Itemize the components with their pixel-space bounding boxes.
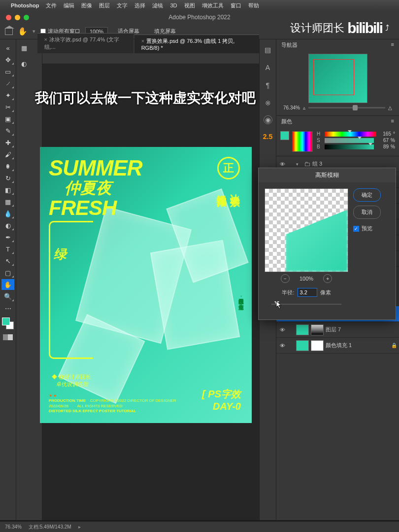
menu-select[interactable]: 选择 — [134, 2, 145, 9]
minimize-window-icon[interactable] — [15, 15, 20, 20]
quickmask-icon[interactable] — [3, 334, 13, 340]
video-subtitle: 我们可以去做一下这种虚实变化对吧 — [35, 89, 256, 107]
zoom-in-icon[interactable]: + — [323, 274, 332, 283]
frame-tool[interactable]: ▣ — [1, 113, 14, 124]
info-panel-icon[interactable]: ◉ — [264, 115, 272, 124]
heal-tool[interactable]: ✚ — [1, 137, 14, 148]
preview-zoom: 100% — [299, 276, 313, 282]
char-badge[interactable]: 2.5 — [263, 131, 273, 142]
layer-row[interactable]: 👁颜色填充 1🔒 — [276, 338, 399, 354]
maximize-window-icon[interactable] — [24, 15, 29, 20]
menu-plugins[interactable]: 增效工具 — [202, 2, 224, 9]
collapse-icon[interactable]: « — [1, 42, 14, 53]
visibility-icon[interactable]: 👁 — [278, 327, 286, 333]
zoom-tool[interactable]: 🔍 — [1, 291, 14, 302]
bri-slider[interactable] — [325, 144, 374, 149]
glyph-panel-icon[interactable]: ※ — [263, 98, 273, 108]
nav-zoom-slider[interactable] — [308, 107, 385, 108]
status-doc[interactable]: 文档:5.49M/143.2M — [29, 524, 71, 531]
mac-menubar: Photoshop 文件 编辑 图像 图层 文字 选择 滤镜 3D 视图 增效工… — [0, 0, 399, 11]
blur-tool[interactable]: 💧 — [1, 208, 14, 219]
menu-image[interactable]: 图像 — [81, 2, 92, 9]
navigator-thumbnail[interactable] — [308, 54, 367, 103]
gaussian-blur-dialog: 高斯模糊 − 100% + 半径: 像素 确定 取消 ✓预览 — [258, 168, 396, 320]
window-title: Adobe Photoshop 2022 — [168, 14, 230, 21]
panel-menu-icon[interactable]: ≡ — [391, 118, 394, 125]
dodge-tool[interactable]: ◐ — [1, 220, 14, 231]
nav-zoom-out-icon[interactable]: ▵ — [303, 105, 305, 110]
crop-tool[interactable]: ✂ — [1, 102, 14, 112]
color-swatch[interactable] — [2, 318, 14, 329]
wand-tool[interactable]: ✦ — [1, 90, 14, 101]
menu-view[interactable]: 视图 — [184, 2, 195, 9]
radius-input[interactable] — [298, 288, 317, 297]
hand-tool-icon[interactable]: ✋ — [18, 27, 28, 36]
home-icon[interactable] — [5, 28, 13, 35]
menu-3d[interactable]: 3D — [170, 2, 177, 8]
eraser-tool[interactable]: ◧ — [1, 184, 14, 195]
layer-thumb[interactable] — [296, 324, 309, 335]
paragraph-panel-icon[interactable]: ¶ — [263, 80, 273, 91]
layer-name[interactable]: 组 3 — [312, 160, 397, 168]
eyedropper-tool[interactable]: ✎ — [1, 125, 14, 136]
cancel-button[interactable]: 取消 — [353, 206, 381, 219]
properties-icon[interactable]: ▦ — [18, 42, 31, 53]
menu-window[interactable]: 窗口 — [231, 2, 241, 9]
mask-thumb[interactable] — [311, 324, 324, 335]
foreground-swatch[interactable] — [280, 131, 289, 140]
shape-tool[interactable]: ▢ — [1, 267, 14, 278]
path-tool[interactable]: ↖ — [1, 255, 14, 266]
app-name[interactable]: Photoshop — [11, 2, 39, 8]
menu-filter[interactable]: 滤镜 — [152, 2, 163, 9]
hand-tool[interactable]: ✋ — [1, 279, 14, 290]
menu-layer[interactable]: 图层 — [99, 2, 110, 9]
visibility-icon[interactable]: 👁 — [278, 161, 286, 167]
canvas[interactable]: SUMMER 仲夏夜 FRESH 正 冰块字效视觉海报 教程用字仅用于练习，非商… — [42, 64, 259, 520]
char-panel-icon[interactable]: A — [263, 62, 273, 73]
brush-tool[interactable]: 🖌 — [1, 149, 14, 160]
type-tool[interactable]: T — [1, 244, 14, 254]
video-watermark: 设计师团长 bilibili ⤴ — [290, 20, 389, 36]
sat-slider[interactable] — [325, 138, 374, 143]
ok-button[interactable]: 确定 — [353, 188, 381, 202]
layer-name[interactable]: 图层 7 — [326, 326, 397, 333]
preview-checkbox[interactable]: ✓预览 — [353, 225, 381, 232]
layer-thumb[interactable] — [296, 340, 309, 351]
hue-slider[interactable] — [325, 132, 376, 137]
menu-type[interactable]: 文字 — [117, 2, 128, 9]
status-zoom[interactable]: 76.34% — [5, 524, 22, 530]
stamp-tool[interactable]: ⧯ — [1, 161, 14, 172]
layer-name[interactable]: 颜色填充 1 — [326, 342, 389, 349]
move-tool[interactable]: ✥ — [1, 54, 14, 65]
tab-doc-2[interactable]: ×置换效果.psd @ 76.3% (曲线 1 拷贝, RGB/8) * — [134, 35, 259, 53]
lasso-tool[interactable]: ⟋ — [1, 78, 14, 89]
radius-slider[interactable] — [271, 300, 341, 309]
close-window-icon[interactable] — [6, 15, 11, 20]
menu-edit[interactable]: 编辑 — [64, 2, 74, 9]
folder-arrow-icon[interactable]: ▾ — [296, 162, 302, 167]
color-spectrum[interactable] — [292, 131, 313, 152]
layer-row[interactable]: 👁图层 7 — [276, 322, 399, 338]
mask-thumb[interactable] — [311, 340, 324, 351]
folder-icon: 🗀 — [304, 160, 310, 168]
menu-help[interactable]: 帮助 — [248, 2, 259, 9]
nav-zoom-in-icon[interactable]: △ — [388, 105, 392, 110]
menu-file[interactable]: 文件 — [46, 2, 57, 9]
nav-zoom-value[interactable]: 76.34% — [283, 105, 300, 110]
history-brush-tool[interactable]: ↻ — [1, 173, 14, 183]
marquee-tool[interactable]: ▭ — [1, 66, 14, 77]
lock-icon[interactable]: 🔒 — [391, 343, 397, 348]
gradient-tool[interactable]: ▦ — [1, 196, 14, 207]
status-bar: 76.34% 文档:5.49M/143.2M ▸ — [0, 521, 399, 532]
ruler-horizontal[interactable] — [42, 53, 259, 64]
visibility-icon[interactable]: 👁 — [278, 343, 286, 349]
pen-tool[interactable]: ✒ — [1, 232, 14, 243]
adjust-icon[interactable]: ◐ — [18, 58, 31, 69]
blur-preview[interactable] — [265, 188, 348, 272]
color-panel: 颜色≡ H165° S67% B89% — [276, 116, 399, 156]
edit-toolbar[interactable]: ⋯ — [1, 303, 14, 314]
history-panel-icon[interactable]: ▤ — [263, 44, 273, 55]
zoom-out-icon[interactable]: − — [281, 274, 290, 283]
panel-menu-icon[interactable]: ≡ — [391, 41, 394, 49]
tab-doc-1[interactable]: ×冰块字效.psd @ 77.4% (文字组,... — [37, 33, 133, 53]
